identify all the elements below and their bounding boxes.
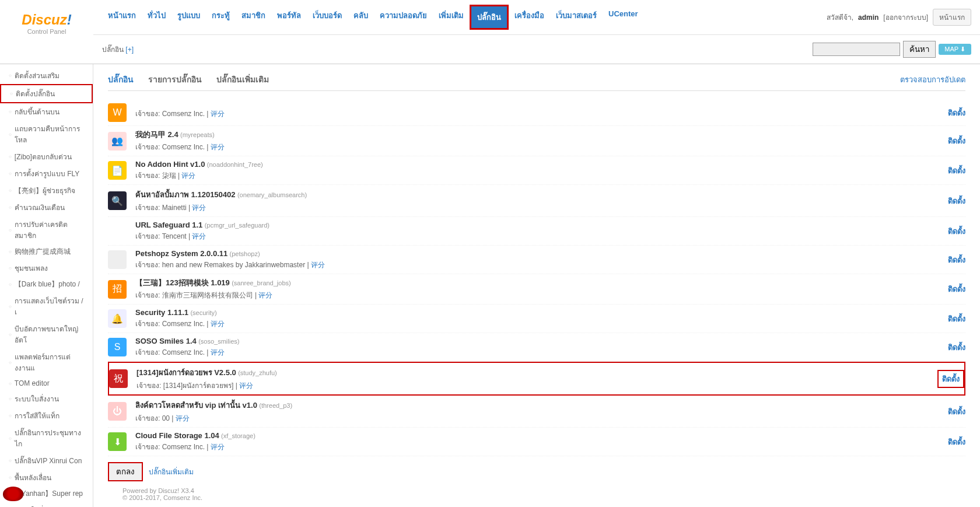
sidebar-item-16[interactable]: ระบบใบสั่งงาน: [0, 390, 93, 407]
sidebar-item-17[interactable]: การใส่สีให้แท็ก: [0, 407, 93, 424]
plugin-row: Petshopz System 2.0.0.11 (petshopz) เจ้า…: [108, 246, 965, 274]
plugin-rate-link[interactable]: 评分: [192, 232, 206, 240]
more-plugins-link[interactable]: ปลั๊กอินเพิ่มเติม: [149, 466, 194, 477]
plugin-row: 招 【三瑞】123招聘模块 1.019 (sanree_brand_jobs) …: [108, 274, 965, 305]
install-button[interactable]: ติดตั้ง: [948, 313, 965, 325]
plugin-rate-link[interactable]: 评分: [258, 291, 272, 299]
nav-item-10[interactable]: ปลั๊กอิน: [470, 5, 509, 30]
sidebar-item-6[interactable]: 【亮剑】ผู้ช่วยธุรกิจ: [0, 182, 93, 199]
plugin-rate-link[interactable]: 评分: [181, 172, 195, 180]
username: admin: [858, 13, 878, 22]
sidebar-item-8[interactable]: การปรับค่าเครดิตสมาชิก: [0, 216, 93, 244]
plugin-row: ⏻ ลิงค์ดาวโหลดสำหรับ vip เท่านั้น v1.0 (…: [108, 396, 965, 428]
plugin-rate-link[interactable]: 评分: [211, 320, 225, 328]
sidebar-item-11[interactable]: 【Dark blue】photo /: [0, 277, 93, 292]
footer-copyright: © 2001-2017, Comsenz Inc.: [123, 494, 951, 501]
nav-item-12[interactable]: เว็บมาสเตอร์: [550, 5, 603, 30]
tab-2[interactable]: ปลั๊กอินเพิ่มเติม: [216, 73, 269, 86]
nav-item-11[interactable]: เครื่องมือ: [509, 5, 550, 30]
nav-item-0[interactable]: หน้าแรก: [102, 5, 142, 30]
logout-link[interactable]: [ออกจากระบบ]: [883, 12, 928, 23]
tab-1[interactable]: รายการปลั๊กอิน: [148, 73, 202, 86]
install-button[interactable]: ติดตั้ง: [948, 405, 965, 418]
sidebar-item-12[interactable]: การแสดงเว็บไซต์รวม /เ: [0, 292, 93, 320]
plugin-rate-link[interactable]: 评分: [192, 204, 206, 212]
nav-item-8[interactable]: ความปลอดภัย: [374, 5, 433, 30]
sidebar-item-13[interactable]: บีบอัดภาพขนาดใหญ่อัตโ: [0, 320, 93, 348]
install-button[interactable]: ติดตั้ง: [948, 165, 965, 177]
nav-item-5[interactable]: พอร์ทัล: [271, 5, 307, 30]
ok-button[interactable]: ตกลง: [108, 462, 143, 481]
sidebar-item-0[interactable]: ติดตั้งส่วนเสริม: [0, 67, 93, 84]
install-button[interactable]: ติดตั้ง: [948, 341, 965, 354]
plugin-meta: เจ้าของ: [1314]ผนังการ์ดอวยพร] | 评分: [136, 380, 937, 391]
nav-item-9[interactable]: เพิ่มเติม: [433, 5, 470, 30]
update-check-link[interactable]: ตรวจสอบการอัปเดต: [900, 74, 965, 86]
sidebar-item-22[interactable]: ระบบใบสั่งงาน: [0, 502, 93, 507]
sidebar-item-15[interactable]: TOM editor: [0, 376, 93, 390]
nav-item-13[interactable]: UCenter: [603, 5, 644, 30]
plugin-row: 👥 我的马甲 2.4 (myrepeats) เจ้าของ: Comsenz …: [108, 126, 965, 156]
plugin-meta: เจ้าของ: 柒瑞 | 评分: [135, 170, 948, 181]
tab-0[interactable]: ปลั๊กอิน: [108, 73, 134, 86]
sidebar-item-1[interactable]: ติดตั้งปลั๊กอิน: [0, 84, 93, 103]
plugin-rate-link[interactable]: 评分: [176, 414, 190, 422]
breadcrumb-add[interactable]: [+]: [125, 46, 134, 54]
breadcrumb-text: ปลั๊กอิน: [102, 46, 124, 54]
ladybug-icon: [3, 487, 23, 501]
plugin-rate-link[interactable]: 评分: [311, 261, 325, 269]
sidebar-item-9[interactable]: 购物推广提成商城: [0, 244, 93, 260]
plugin-rate-link[interactable]: 评分: [211, 143, 225, 151]
plugin-rate-link[interactable]: 评分: [211, 110, 225, 118]
sidebar-item-20[interactable]: พื้นหลังเลื่อน: [0, 469, 93, 486]
sidebar-item-10[interactable]: ชุมชนเพลง: [0, 260, 93, 277]
main-nav: หน้าแรกทั่วไปรูปแบบกระทู้สมาชิกพอร์ทัลเว…: [102, 5, 644, 30]
nav-item-6[interactable]: เว็บบอร์ด: [307, 5, 348, 30]
nav-item-4[interactable]: สมาชิก: [236, 5, 271, 30]
plugin-id: (petshopz): [230, 250, 260, 257]
plugin-icon: 👥: [108, 132, 127, 151]
sidebar-item-19[interactable]: ปลั๊กอินVIP Xinrui Con: [0, 452, 93, 469]
sidebar-item-18[interactable]: ปลั๊กอินการประชุมทางไก: [0, 424, 93, 452]
plugin-rate-link[interactable]: 评分: [211, 348, 225, 356]
home-button[interactable]: หน้าแรก: [933, 9, 971, 26]
sidebar-item-14[interactable]: แพลตฟอร์มการแต่งงานแ: [0, 348, 93, 376]
plugin-icon: S: [108, 338, 127, 356]
install-button[interactable]: ติดตั้ง: [937, 370, 964, 388]
plugin-row: 🛡 URL Safeguard 1.1 (pcmgr_url_safeguard…: [108, 217, 965, 246]
plugin-title: 我的马甲 2.4: [135, 130, 178, 139]
sidebar-item-5[interactable]: การตั้งค่ารูปแบบ FLY: [0, 165, 93, 182]
sidebar-item-3[interactable]: แถบความคืบหน้าการโหล: [0, 120, 93, 148]
map-button[interactable]: MAP ⬇: [939, 44, 971, 55]
plugin-meta: เจ้าของ: hen and new Remakes by Jakkarin…: [135, 259, 948, 270]
footer: Powered by Discuz! X3.4 © 2001-2017, Com…: [108, 481, 965, 507]
install-button[interactable]: ติดตั้ง: [948, 436, 965, 448]
nav-item-7[interactable]: คลับ: [348, 5, 374, 30]
nav-item-1[interactable]: ทั่วไป: [142, 5, 172, 30]
breadcrumb: ปลั๊กอิน [+]: [102, 44, 134, 55]
plugin-row: S SOSO Smiles 1.4 (soso_smilies) เจ้าของ…: [108, 333, 965, 362]
sidebar-item-4[interactable]: [Zibo]ตอบกลับด่วน: [0, 148, 93, 165]
install-button[interactable]: ติดตั้ง: [948, 254, 965, 266]
plugin-id: (threed_p3): [259, 402, 292, 409]
sidebar-item-7[interactable]: คำนวณเงินเดือน: [0, 199, 93, 216]
plugin-meta: เจ้าของ: 淮南市三瑞网络科技有限公司 | 评分: [135, 289, 948, 300]
nav-item-2[interactable]: รูปแบบ: [172, 5, 206, 30]
search-button[interactable]: ค้นหา: [903, 41, 936, 58]
plugin-rate-link[interactable]: 评分: [211, 443, 225, 451]
install-button[interactable]: ติดตั้ง: [948, 225, 965, 237]
install-button[interactable]: ติดตั้ง: [948, 135, 965, 147]
search-input[interactable]: [813, 43, 900, 56]
nav-item-3[interactable]: กระทู้: [206, 5, 236, 30]
plugin-meta: เจ้าของ: Tencent | 评分: [135, 230, 948, 242]
plugin-title: Petshopz System 2.0.0.11: [135, 249, 228, 258]
plugin-meta: เจ้าของ: Comsenz Inc. | 评分: [135, 441, 948, 452]
plugin-list: W เจ้าของ: Comsenz Inc. | 评分 ติดตั้ง 👥 我…: [108, 100, 965, 456]
install-button[interactable]: ติดตั้ง: [948, 195, 965, 207]
plugin-meta: เจ้าของ: Comsenz Inc. | 评分: [135, 141, 948, 152]
plugin-rate-link[interactable]: 评分: [239, 382, 253, 390]
install-button[interactable]: ติดตั้ง: [948, 107, 965, 119]
plugin-row: W เจ้าของ: Comsenz Inc. | 评分 ติดตั้ง: [108, 100, 965, 126]
sidebar-item-2[interactable]: กลับขึ้นด้านบน: [0, 103, 93, 120]
install-button[interactable]: ติดตั้ง: [948, 283, 965, 295]
